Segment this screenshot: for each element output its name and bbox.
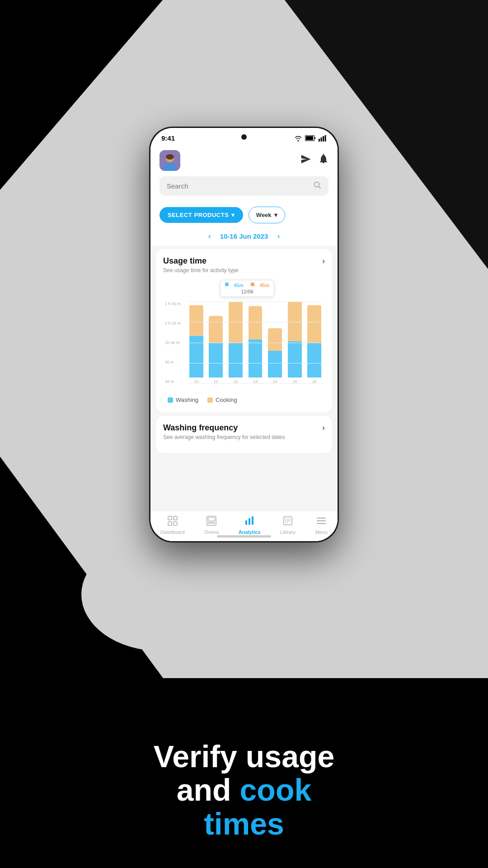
phone-frame: 9:41 xyxy=(149,127,339,542)
select-products-button[interactable]: SELECT PRODUCTS ▾ xyxy=(160,207,243,223)
select-products-dropdown-icon: ▾ xyxy=(231,212,235,218)
chart-tooltip: 45m 45m 12/06 xyxy=(220,280,274,297)
home-indicator xyxy=(217,535,271,538)
bars-row: 10 11 xyxy=(188,302,323,392)
svg-line-14 xyxy=(319,187,321,189)
bar-bottom-15 xyxy=(288,341,302,377)
date-nav: ‹ 10-16 Jun 2023 › xyxy=(150,228,338,245)
usage-time-subtitle: See usage time for activity type xyxy=(163,267,239,274)
search-input[interactable] xyxy=(167,182,309,190)
svg-point-21 xyxy=(208,522,210,524)
bar-group-16: 16 xyxy=(305,302,323,384)
usage-time-card: Usage time See usage time for activity t… xyxy=(156,249,332,412)
bar-bottom-10 xyxy=(189,336,203,377)
svg-rect-17 xyxy=(168,522,172,525)
x-label-15: 15 xyxy=(292,379,297,384)
svg-point-12 xyxy=(323,154,324,156)
nav-library-label: Library xyxy=(280,529,296,535)
usage-time-arrow[interactable]: › xyxy=(322,256,325,266)
nav-analytics-icon xyxy=(244,516,254,528)
bar-bottom-11 xyxy=(209,343,223,377)
week-button[interactable]: Week ▾ xyxy=(249,207,285,223)
search-icon xyxy=(313,181,321,191)
avatar[interactable] xyxy=(160,150,180,171)
svg-rect-4 xyxy=(323,136,324,142)
wifi-icon xyxy=(294,135,302,142)
usage-time-card-header: Usage time See usage time for activity t… xyxy=(163,256,325,274)
chart-main: 1 h 30 m 1 h 15 m 1h 00 m 30 m 15 m xyxy=(163,302,325,392)
header-top xyxy=(160,150,328,171)
tooltip-values: 45m 45m xyxy=(225,283,269,288)
marketing-times-text: times xyxy=(204,807,284,841)
x-label-12: 12 xyxy=(233,379,238,384)
svg-rect-18 xyxy=(174,522,177,525)
usage-time-title: Usage time xyxy=(163,256,239,266)
tooltip-dot-orange xyxy=(251,283,254,286)
bar-group-14: 14 xyxy=(266,302,284,384)
nav-ovens[interactable]: Ovens xyxy=(204,516,219,535)
bar-top-16 xyxy=(307,305,321,343)
washing-frequency-subtitle: See average washing frequency for select… xyxy=(163,434,285,440)
y-label-3: 1h 00 m xyxy=(165,340,180,345)
legend-cooking: Cooking xyxy=(207,396,237,403)
svg-point-10 xyxy=(166,154,174,160)
content-scroll[interactable]: Usage time See usage time for activity t… xyxy=(150,245,338,511)
date-next-button[interactable]: › xyxy=(277,231,280,241)
svg-rect-25 xyxy=(249,518,250,525)
nav-dashboard-label: Dashboard xyxy=(160,529,185,535)
nav-menu-label: Menu xyxy=(315,529,328,535)
svg-point-22 xyxy=(211,522,212,524)
svg-rect-11 xyxy=(323,162,324,163)
legend-washing: Washing xyxy=(168,396,198,403)
svg-rect-26 xyxy=(252,516,253,525)
usage-time-card-title-group: Usage time See usage time for activity t… xyxy=(163,256,239,274)
nav-menu[interactable]: Menu xyxy=(315,516,328,535)
nav-dashboard[interactable]: Dashboard xyxy=(160,516,185,535)
svg-rect-24 xyxy=(245,520,247,525)
bar-stack-13 xyxy=(247,302,264,377)
bar-group-11: 11 xyxy=(207,302,225,384)
date-range-text: 10-16 Jun 2023 xyxy=(220,232,268,240)
send-icon[interactable] xyxy=(300,154,311,167)
bar-bottom-14 xyxy=(268,351,282,377)
bar-top-15 xyxy=(288,302,302,341)
marketing-text: Verify usage and cook times xyxy=(0,740,488,841)
bar-bottom-16 xyxy=(307,343,321,377)
tooltip-val1: 45m xyxy=(234,283,244,288)
legend-dot-cooking xyxy=(207,397,213,403)
bar-group-15: 15 xyxy=(286,302,304,384)
nav-library[interactable]: Library xyxy=(280,516,296,535)
search-bar[interactable] xyxy=(160,176,328,196)
y-label-1: 15 m xyxy=(165,379,174,384)
y-label-5: 1 h 30 m xyxy=(165,302,181,306)
marketing-cook-text: cook xyxy=(240,773,312,807)
marketing-line2: and cook xyxy=(36,773,452,807)
bars-area: 10 11 xyxy=(188,302,323,392)
usage-chart-container: 45m 45m 12/06 1 h 30 m 1 h 15 m xyxy=(163,279,325,392)
signal-icon xyxy=(319,135,327,142)
bar-stack-12 xyxy=(227,302,244,377)
bar-top-11 xyxy=(209,316,223,343)
nav-menu-icon xyxy=(316,516,326,528)
bell-icon[interactable] xyxy=(319,154,328,167)
nav-dashboard-icon xyxy=(168,516,178,528)
bar-stack-11 xyxy=(207,302,225,377)
y-label-2: 30 m xyxy=(165,360,174,364)
date-prev-button[interactable]: ‹ xyxy=(208,231,211,241)
bar-top-14 xyxy=(268,328,282,351)
header xyxy=(150,146,338,202)
status-icons xyxy=(294,135,327,142)
svg-rect-15 xyxy=(168,516,172,520)
bar-group-12: 12 xyxy=(227,302,244,384)
marketing-and-text: and xyxy=(177,773,240,807)
status-time: 9:41 xyxy=(161,134,175,142)
nav-analytics[interactable]: Analytics xyxy=(239,516,261,535)
washing-frequency-arrow[interactable]: › xyxy=(322,423,325,433)
nav-ovens-label: Ovens xyxy=(204,529,219,535)
bar-stack-15 xyxy=(286,302,304,377)
svg-rect-16 xyxy=(174,516,177,520)
tooltip-val2: 45m xyxy=(259,283,269,288)
bar-bottom-13 xyxy=(249,340,263,377)
tooltip-date: 12/06 xyxy=(241,289,253,294)
select-products-label: SELECT PRODUCTS xyxy=(168,212,229,218)
